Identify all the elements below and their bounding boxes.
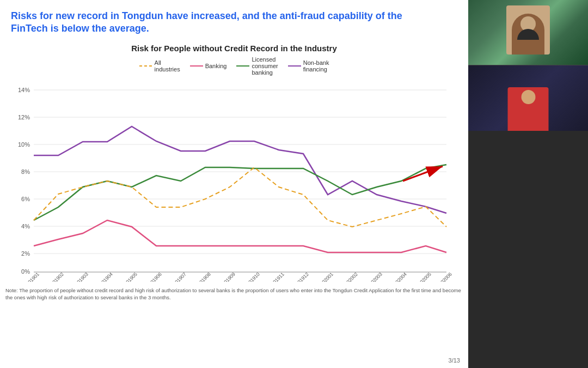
x-label-9: 201910 — [246, 272, 261, 282]
legend-licensed: Licensedconsumerbanking — [236, 56, 278, 76]
legend-all: Allindustries — [139, 56, 180, 76]
x-label-15: 202004 — [393, 272, 408, 282]
y-label-4: 4% — [21, 223, 30, 230]
red-arrow — [403, 166, 443, 181]
line-nonbank — [34, 126, 446, 213]
legend-line-banking — [190, 65, 203, 67]
legend-label-nonbank: Non-bankfinancing — [303, 59, 329, 73]
legend-label-banking: Banking — [205, 63, 227, 69]
y-label-2: 2% — [21, 250, 30, 257]
chart-svg: 14% 12% 10% 8% 6% 4% 2% 0% — [11, 80, 457, 282]
main-container: Risks for new record in Tongdun have inc… — [0, 0, 588, 368]
y-label-10: 10% — [18, 141, 30, 148]
y-label-12: 12% — [18, 114, 30, 120]
y-label-0: 0% — [21, 268, 30, 275]
chart-svg-container: 14% 12% 10% 8% 6% 4% 2% 0% — [11, 80, 457, 282]
line-banking — [34, 220, 446, 252]
chart-area: Risk for People without Credit Record in… — [0, 41, 468, 285]
x-label-13: 202002 — [344, 272, 359, 282]
legend-nonbank: Non-bankfinancing — [288, 56, 329, 76]
x-label-12: 202001 — [319, 272, 334, 282]
chart-legend: Allindustries Banking Licensedconsumerba… — [11, 56, 457, 76]
person-silhouette-1 — [512, 14, 544, 55]
y-label-6: 6% — [21, 196, 30, 202]
video-participant-1 — [468, 0, 588, 65]
slide-number: 3/13 — [449, 357, 460, 364]
x-label-11: 201912 — [295, 272, 310, 282]
x-label-7: 201908 — [197, 272, 212, 282]
person-silhouette-2 — [508, 87, 549, 131]
legend-line-licensed — [236, 65, 249, 67]
x-label-1: 201902 — [50, 272, 65, 282]
y-label-14: 14% — [18, 87, 30, 93]
legend-line-nonbank — [288, 65, 301, 67]
y-label-8: 8% — [21, 168, 30, 175]
video-participant-2 — [468, 65, 588, 131]
legend-banking: Banking — [190, 56, 227, 76]
slide-area: Risks for new record in Tongdun have inc… — [0, 0, 468, 368]
legend-label-all: Allindustries — [155, 59, 180, 73]
x-label-3: 201904 — [99, 272, 114, 282]
x-label-10: 201911 — [270, 272, 285, 282]
x-label-2: 201903 — [74, 272, 89, 282]
x-label-5: 201906 — [148, 272, 163, 282]
x-label-17: 202006 — [438, 272, 453, 282]
slide-title: Risks for new record in Tongdun have inc… — [0, 0, 446, 41]
chart-note: Note: The proportion of people without c… — [0, 285, 468, 304]
x-label-8: 201909 — [221, 272, 236, 282]
x-label-16: 202005 — [417, 272, 432, 282]
x-label-14: 202003 — [368, 272, 383, 282]
legend-line-all — [139, 65, 152, 67]
legend-label-licensed: Licensedconsumerbanking — [252, 56, 278, 76]
avatar-participant-1 — [506, 5, 550, 55]
x-label-4: 201905 — [123, 272, 138, 282]
video-panel — [468, 0, 588, 368]
x-label-6: 201907 — [172, 272, 187, 282]
line-licensed — [34, 165, 446, 220]
chart-title: Risk for People without Credit Record in… — [11, 44, 457, 53]
